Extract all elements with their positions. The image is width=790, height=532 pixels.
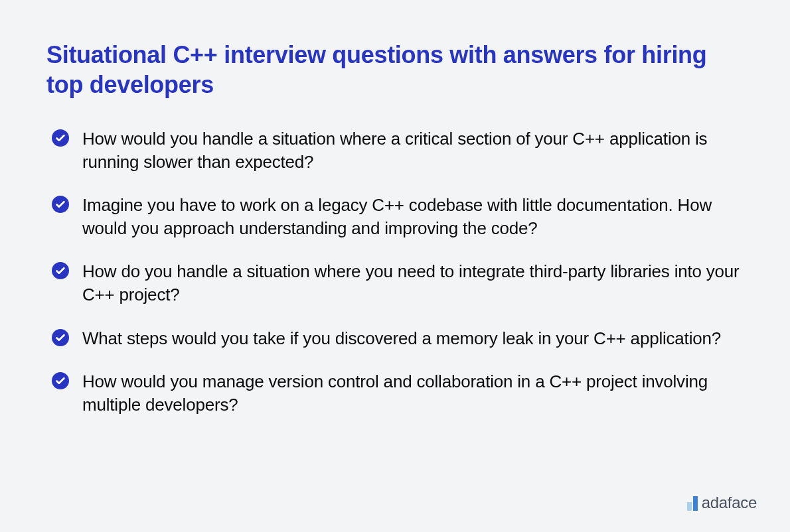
question-text: How do you handle a situation where you … (82, 260, 744, 306)
check-circle-icon (52, 196, 69, 213)
logo-bars-icon (687, 496, 698, 511)
list-item: How would you handle a situation where a… (52, 127, 744, 174)
page-heading: Situational C++ interview questions with… (46, 40, 744, 100)
list-item: Imagine you have to work on a legacy C++… (52, 194, 744, 240)
list-item: How would you manage version control and… (52, 370, 744, 417)
check-circle-icon (52, 262, 69, 279)
brand-logo: adaface (687, 495, 757, 511)
question-list: How would you handle a situation where a… (46, 127, 744, 417)
question-text: Imagine you have to work on a legacy C++… (82, 194, 744, 240)
question-text: How would you handle a situation where a… (82, 127, 744, 174)
list-item: What steps would you take if you discove… (52, 327, 744, 350)
check-circle-icon (52, 129, 69, 147)
question-text: How would you manage version control and… (82, 370, 744, 417)
check-circle-icon (52, 329, 69, 346)
question-text: What steps would you take if you discove… (82, 327, 721, 350)
logo-text: adaface (702, 495, 757, 511)
list-item: How do you handle a situation where you … (52, 260, 744, 306)
check-circle-icon (52, 372, 69, 389)
